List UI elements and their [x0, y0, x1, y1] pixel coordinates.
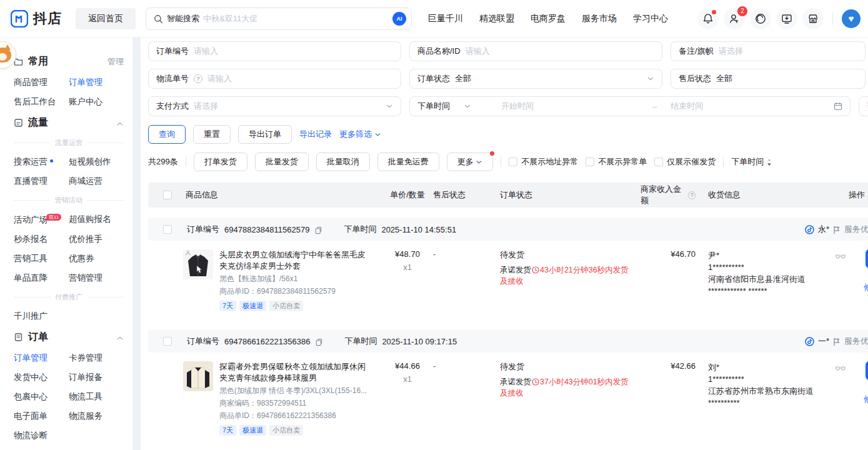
- chevron-up-icon[interactable]: [116, 332, 124, 342]
- doudian-logo[interactable]: 抖店: [10, 9, 62, 28]
- hide-address-abnormal-checkbox[interactable]: 不展示地址异常: [509, 156, 578, 168]
- sidebar-item-price-drop[interactable]: 单品直降: [14, 272, 69, 284]
- print-ship-button[interactable]: 打单发货: [194, 152, 247, 171]
- help-icon[interactable]: ?: [194, 74, 202, 83]
- sidebar-item-search-ops[interactable]: 搜索运营: [14, 156, 69, 168]
- sort-by-order-time[interactable]: 下单时间: [731, 156, 772, 168]
- sidebar-item-account-center[interactable]: 账户中心: [69, 96, 124, 108]
- modify-address-link[interactable]: 修改地址: [864, 394, 868, 405]
- sidebar-item-logistics-service[interactable]: 物流服务: [69, 411, 124, 422]
- sidebar-item-activity-plaza[interactable]: 活动广场双11: [14, 214, 69, 226]
- product-title[interactable]: 探霸者外套男保暖秋冬立领加绒加厚休闲夹克青年绒款修身棒球服男: [219, 361, 368, 384]
- flag-icon[interactable]: [833, 336, 841, 346]
- filter-payment-select[interactable]: 支付方式 请选择: [148, 96, 401, 116]
- account-avatar[interactable]: ♥: [842, 9, 861, 28]
- filter-extra-partial[interactable]: 请选择: [859, 96, 868, 116]
- sidebar-item-product-mgmt[interactable]: 商品管理: [14, 77, 69, 88]
- select-all-checkbox[interactable]: [163, 191, 172, 199]
- filter-aftersale-status-select[interactable]: 售后状态 全部: [671, 69, 866, 89]
- contacts-icon[interactable]: 2: [724, 8, 745, 29]
- buyer-name[interactable]: 一*: [818, 336, 829, 347]
- nav-jingxuan[interactable]: 精选联盟: [479, 13, 514, 24]
- sidebar-item-short-video[interactable]: 短视频创作: [69, 156, 124, 168]
- chevron-down-icon[interactable]: [464, 102, 471, 110]
- download-client-icon[interactable]: [776, 8, 797, 29]
- flag-icon[interactable]: [833, 224, 841, 234]
- ship-promise: 承诺发货43小时21分钟36秒内发货及揽收: [500, 264, 633, 287]
- filter-product-input[interactable]: 商品名称/ID 请输入: [409, 41, 662, 61]
- filter-tracking-input[interactable]: 物流单号 ? 请输入: [148, 69, 401, 89]
- filter-placeholder: 请选择: [194, 101, 218, 112]
- sidebar-item-marketing-tools[interactable]: 营销工具: [14, 253, 69, 264]
- query-button[interactable]: 查询: [148, 125, 186, 144]
- chevron-up-icon[interactable]: [116, 118, 124, 128]
- customer-service-icon[interactable]: [750, 8, 771, 29]
- mascot-face-icon: [0, 48, 11, 62]
- sidebar-item-price-helper[interactable]: 优价推手: [69, 234, 124, 245]
- sidebar-item-card-coupon[interactable]: 卡券管理: [69, 352, 124, 364]
- copy-icon[interactable]: [315, 336, 323, 346]
- export-orders-button[interactable]: 导出订单: [238, 125, 292, 144]
- filter-time-range[interactable]: 下单时间 开始时间 – 结束时间: [409, 96, 851, 116]
- batch-free-shipping-button[interactable]: 批量免运费: [377, 152, 439, 171]
- notification-bell-icon[interactable]: [697, 8, 719, 29]
- end-time-placeholder[interactable]: 结束时间: [671, 101, 703, 112]
- info-circle-icon[interactable]: ?: [688, 191, 696, 199]
- smart-search-input[interactable]: 智能搜索 中秋&双11大促 AI: [146, 8, 412, 30]
- more-batch-button[interactable]: 更多: [447, 152, 494, 171]
- filter-order-status-select[interactable]: 订单状态 全部: [409, 69, 662, 89]
- copy-icon[interactable]: [314, 224, 322, 234]
- nav-learning[interactable]: 学习中心: [633, 13, 668, 24]
- sidebar-item-package-center[interactable]: 包裹中心: [14, 391, 69, 402]
- start-time-placeholder[interactable]: 开始时间: [501, 101, 534, 112]
- modify-address-link[interactable]: 修改地址: [864, 282, 868, 293]
- receiver-name: 刘*: [708, 361, 719, 373]
- more-filters-link[interactable]: 更多筛选: [339, 129, 381, 140]
- sku-id: 6947866162221356386: [257, 411, 336, 420]
- product-image[interactable]: [183, 249, 213, 279]
- reset-button[interactable]: 重置: [193, 125, 231, 144]
- manage-link[interactable]: 管理: [107, 56, 124, 68]
- sidebar-item-flash-sale[interactable]: 秒杀报名: [14, 234, 69, 245]
- ship-button-partial[interactable]: [866, 249, 868, 268]
- filter-order-no-input[interactable]: 订单编号 请输入: [148, 41, 401, 61]
- hide-abnormal-order-checkbox[interactable]: 不展示异常单: [586, 156, 647, 168]
- back-home-button[interactable]: 返回首页: [76, 8, 136, 29]
- checkbox[interactable]: [654, 158, 663, 166]
- sidebar-item-order-report[interactable]: 订单报备: [69, 372, 124, 383]
- eye-off-icon[interactable]: [836, 361, 846, 373]
- sidebar-item-logistics-diagnosis[interactable]: 物流诊断: [14, 430, 69, 441]
- eye-off-icon[interactable]: [836, 249, 846, 261]
- sidebar-item-order-mgmt-2[interactable]: 订单管理: [14, 352, 69, 364]
- sidebar-item-ship-center[interactable]: 发货中心: [14, 372, 69, 383]
- sidebar-item-qianchuan-promo[interactable]: 千川推广: [14, 311, 69, 322]
- ship-button-partial[interactable]: [866, 361, 868, 380]
- nav-qianchuan[interactable]: 巨量千川: [428, 13, 463, 24]
- sidebar-item-e-waybill[interactable]: 电子面单: [14, 411, 69, 422]
- aftersale-cell: -: [429, 361, 498, 371]
- sidebar-item-live-mgmt[interactable]: 直播管理: [14, 176, 69, 187]
- order-checkbox[interactable]: [163, 337, 172, 346]
- sidebar-item-marketing-mgmt[interactable]: 营销管理: [69, 272, 124, 284]
- sidebar-item-mall-ops[interactable]: 商城运营: [69, 176, 124, 187]
- sidebar-item-coupons[interactable]: 优惠券: [69, 253, 124, 264]
- buyer-name[interactable]: 永*: [818, 224, 829, 235]
- nav-compass[interactable]: 电商罗盘: [531, 13, 566, 24]
- order-checkbox[interactable]: [163, 225, 172, 234]
- export-log-link[interactable]: 导出记录: [299, 129, 332, 140]
- sidebar-item-super-value[interactable]: 超值购报名: [69, 214, 124, 226]
- sidebar-item-aftersale-workbench[interactable]: 售后工作台: [14, 96, 69, 108]
- sidebar-item-order-mgmt[interactable]: 订单管理: [69, 77, 124, 88]
- only-urge-ship-checkbox[interactable]: 仅展示催发货: [654, 156, 716, 168]
- sidebar-item-logistics-tools[interactable]: 物流工具: [69, 391, 124, 402]
- batch-cancel-button[interactable]: 批量取消: [316, 152, 370, 171]
- ai-search-icon[interactable]: AI: [392, 12, 406, 26]
- filter-remark-select[interactable]: 备注/旗帜 请选择: [671, 41, 866, 61]
- product-title[interactable]: 头层皮衣男立领加绒海宁中年爸爸黑毛皮夹克仿绵羊皮男士外套: [219, 249, 368, 272]
- storefront-icon[interactable]: [802, 8, 824, 29]
- checkbox[interactable]: [509, 158, 517, 166]
- checkbox[interactable]: [586, 158, 594, 166]
- product-image[interactable]: [183, 361, 213, 391]
- batch-ship-button[interactable]: 批量发货: [255, 152, 309, 171]
- nav-service-market[interactable]: 服务市场: [582, 13, 617, 24]
